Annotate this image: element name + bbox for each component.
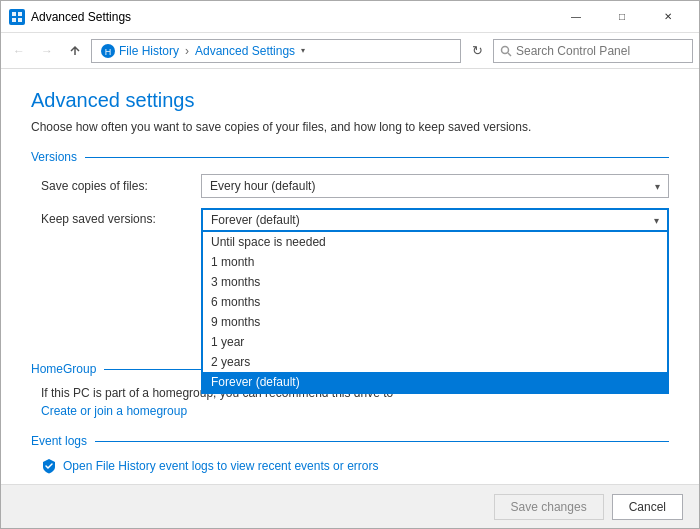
event-logs-section-line [95, 441, 669, 442]
keep-versions-arrow: ▾ [654, 215, 659, 226]
content: Advanced settings Choose how often you w… [1, 69, 699, 484]
keep-versions-value: Forever (default) [211, 213, 300, 227]
svg-rect-0 [12, 12, 16, 16]
homegroup-section-title: HomeGroup [31, 362, 104, 376]
event-logs-section-header: Event logs [31, 434, 669, 448]
event-logs-section: Event logs Open File History event logs … [31, 434, 669, 474]
option-3-months[interactable]: 3 months [203, 272, 667, 292]
svg-text:H: H [105, 47, 112, 57]
keep-versions-label: Keep saved versions: [41, 208, 201, 226]
window-controls: — □ ✕ [553, 1, 691, 33]
option-6-months[interactable]: 6 months [203, 292, 667, 312]
page-subtitle: Choose how often you want to save copies… [31, 120, 669, 134]
svg-rect-2 [12, 18, 16, 22]
back-button[interactable]: ← [7, 39, 31, 63]
svg-rect-1 [18, 12, 22, 16]
minimize-button[interactable]: — [553, 1, 599, 33]
search-icon [500, 45, 512, 57]
svg-rect-3 [18, 18, 22, 22]
event-logs-section-title: Event logs [31, 434, 95, 448]
event-logs-link[interactable]: Open File History event logs to view rec… [63, 459, 378, 473]
save-copies-label: Save copies of files: [41, 179, 201, 193]
save-copies-control: Every hour (default) ▾ [201, 174, 669, 198]
search-input[interactable] [516, 44, 686, 58]
title-bar-text: Advanced Settings [31, 10, 553, 24]
event-logs-row: Open File History event logs to view rec… [31, 458, 669, 474]
keep-versions-row: Keep saved versions: Forever (default) ▾… [31, 208, 669, 232]
save-copies-arrow: ▾ [655, 181, 660, 192]
close-button[interactable]: ✕ [645, 1, 691, 33]
versions-section-header: Versions [31, 150, 669, 164]
up-button[interactable] [63, 39, 87, 63]
save-copies-value: Every hour (default) [210, 179, 315, 193]
footer: Save changes Cancel [1, 484, 699, 528]
option-until-space[interactable]: Until space is needed [203, 232, 667, 252]
svg-line-7 [508, 53, 511, 56]
shield-icon [41, 458, 57, 474]
main-panel: Advanced settings Choose how often you w… [1, 69, 699, 484]
homegroup-link[interactable]: Create or join a homegroup [31, 404, 669, 418]
keep-versions-control: Forever (default) ▾ Until space is neede… [201, 208, 669, 232]
address-path: H File History › Advanced Settings ▾ [91, 39, 461, 63]
window: Advanced Settings — □ ✕ ← → H File Histo… [0, 0, 700, 529]
save-button[interactable]: Save changes [494, 494, 604, 520]
save-copies-dropdown[interactable]: Every hour (default) ▾ [201, 174, 669, 198]
page-title: Advanced settings [31, 89, 669, 112]
option-1-month[interactable]: 1 month [203, 252, 667, 272]
option-forever[interactable]: Forever (default) [203, 372, 667, 392]
versions-section-title: Versions [31, 150, 85, 164]
path-part-2[interactable]: Advanced Settings [195, 44, 295, 58]
maximize-button[interactable]: □ [599, 1, 645, 33]
forward-button[interactable]: → [35, 39, 59, 63]
svg-point-6 [502, 46, 509, 53]
keep-versions-dropdown[interactable]: Forever (default) ▾ [201, 208, 669, 232]
option-1-year[interactable]: 1 year [203, 332, 667, 352]
title-bar: Advanced Settings — □ ✕ [1, 1, 699, 33]
save-copies-row: Save copies of files: Every hour (defaul… [31, 174, 669, 198]
versions-section-line [85, 157, 669, 158]
path-part-1[interactable]: File History [119, 44, 179, 58]
address-bar: ← → H File History › Advanced Settings ▾… [1, 33, 699, 69]
refresh-button[interactable]: ↻ [465, 39, 489, 63]
address-dropdown-button[interactable]: ▾ [295, 39, 311, 63]
keep-versions-menu: Until space is needed 1 month 3 months 6… [201, 232, 669, 394]
option-2-years[interactable]: 2 years [203, 352, 667, 372]
cancel-button[interactable]: Cancel [612, 494, 683, 520]
app-icon [9, 9, 25, 25]
search-box [493, 39, 693, 63]
option-9-months[interactable]: 9 months [203, 312, 667, 332]
